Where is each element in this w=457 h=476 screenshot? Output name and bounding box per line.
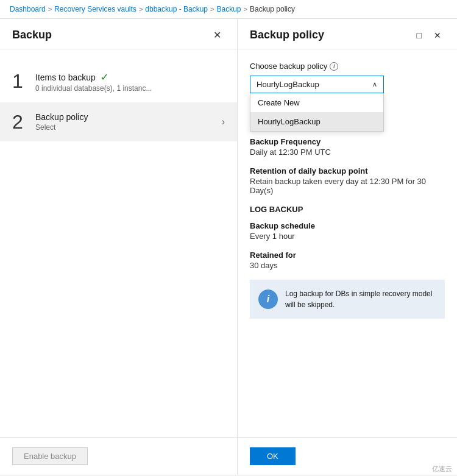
steps-container: 1 Items to backup ✓ 0 individual databas… xyxy=(0,49,237,437)
breadcrumb-recovery[interactable]: Recovery Services vaults xyxy=(54,5,136,13)
header-icon-group: □ ✕ xyxy=(413,29,445,41)
breadcrumb-sep-2: > xyxy=(139,5,143,13)
policy-details: Backup Frequency Daily at 12:30 PM UTC R… xyxy=(250,135,445,319)
left-panel: Backup ✕ 1 Items to backup ✓ 0 individua… xyxy=(0,19,238,475)
enable-backup-button[interactable]: Enable backup xyxy=(12,447,88,465)
log-backup-heading: LOG BACKUP xyxy=(250,205,445,214)
backup-frequency-title: Backup Frequency xyxy=(250,137,445,146)
step-1-checkmark: ✓ xyxy=(101,71,108,83)
policy-info-icon: i xyxy=(330,62,338,71)
right-content: Choose backup policy i HourlyLogBackup ∧… xyxy=(238,49,457,437)
backup-schedule-title: Backup schedule xyxy=(250,221,445,230)
breadcrumb-policy: Backup policy xyxy=(250,5,295,13)
step-1-number: 1 xyxy=(12,71,27,91)
left-footer: Enable backup xyxy=(0,437,237,475)
step-1-subtitle: 0 individual database(s), 1 instanc... xyxy=(35,84,225,93)
right-panel-close-button[interactable]: ✕ xyxy=(430,29,445,41)
breadcrumb-dashboard[interactable]: Dashboard xyxy=(10,5,46,13)
step-1-item[interactable]: 1 Items to backup ✓ 0 individual databas… xyxy=(0,62,237,102)
watermark: 亿速云 xyxy=(432,464,452,474)
dropdown-selected-text: HourlyLogBackup xyxy=(257,80,319,89)
left-panel-close-button[interactable]: ✕ xyxy=(210,29,225,41)
policy-label: Choose backup policy i xyxy=(250,62,445,71)
dropdown-menu: Create New HourlyLogBackup xyxy=(250,93,384,132)
info-box: i Log backup for DBs in simple recovery … xyxy=(250,280,445,319)
breadcrumb-dbbackup[interactable]: dbbackup - Backup xyxy=(145,5,208,13)
breadcrumb-sep-3: > xyxy=(210,5,214,13)
left-panel-header: Backup ✕ xyxy=(0,19,237,49)
backup-schedule-section: Backup schedule Every 1 hour xyxy=(250,221,445,241)
step-1-title: Items to backup xyxy=(35,73,96,82)
retention-text: Retain backup taken every day at 12:30 P… xyxy=(250,177,445,195)
dropdown-option-hourly[interactable]: HourlyLogBackup xyxy=(250,112,383,131)
step-2-number: 2 xyxy=(12,112,27,132)
right-panel-header: Backup policy □ ✕ xyxy=(238,19,457,49)
maximize-button[interactable]: □ xyxy=(413,29,425,41)
retained-for-section: Retained for 30 days xyxy=(250,250,445,270)
policy-label-text: Choose backup policy xyxy=(250,62,327,71)
backup-schedule-text: Every 1 hour xyxy=(250,232,445,241)
dropdown-chevron-icon: ∧ xyxy=(372,80,377,88)
right-panel-title: Backup policy xyxy=(250,29,324,41)
backup-frequency-text: Daily at 12:30 PM UTC xyxy=(250,147,445,157)
right-panel: Backup policy □ ✕ Choose backup policy i… xyxy=(238,19,457,475)
retention-section: Retention of daily backup point Retain b… xyxy=(250,166,445,195)
retention-title: Retention of daily backup point xyxy=(250,166,445,176)
info-circle-icon: i xyxy=(258,290,278,309)
step-1-content: Items to backup ✓ 0 individual database(… xyxy=(35,71,225,93)
step-2-item[interactable]: 2 Backup policy Select › xyxy=(0,102,237,141)
policy-dropdown[interactable]: HourlyLogBackup ∧ Create New HourlyLogBa… xyxy=(250,76,384,93)
step-2-title: Backup policy xyxy=(35,112,88,122)
retained-for-title: Retained for xyxy=(250,250,445,260)
left-panel-title: Backup xyxy=(12,29,52,41)
right-footer: OK xyxy=(238,437,457,475)
ok-button[interactable]: OK xyxy=(250,447,296,465)
info-box-text: Log backup for DBs in simple recovery mo… xyxy=(285,288,436,310)
breadcrumb-sep-4: > xyxy=(244,5,247,13)
dropdown-selected-value[interactable]: HourlyLogBackup ∧ xyxy=(250,76,384,93)
step-2-arrow-icon: › xyxy=(222,116,225,127)
retained-for-text: 30 days xyxy=(250,261,445,270)
breadcrumb-sep-1: > xyxy=(48,5,52,13)
breadcrumb: Dashboard > Recovery Services vaults > d… xyxy=(0,0,457,19)
dropdown-option-create-new[interactable]: Create New xyxy=(250,93,383,112)
step-2-subtitle: Select xyxy=(35,123,213,132)
backup-frequency-section: Backup Frequency Daily at 12:30 PM UTC xyxy=(250,137,445,157)
breadcrumb-backup[interactable]: Backup xyxy=(216,5,241,13)
step-2-content: Backup policy Select xyxy=(35,112,213,132)
